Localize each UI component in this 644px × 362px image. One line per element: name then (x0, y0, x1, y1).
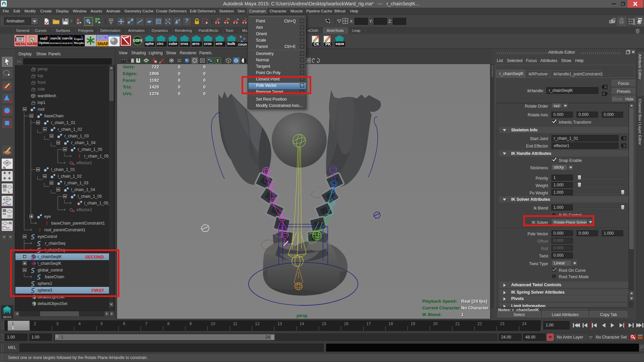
svg-text:PK: PK (325, 42, 331, 46)
svg-text:MENU: MENU (15, 42, 26, 46)
svg-text:!: ! (46, 220, 48, 226)
svg-text:T: T (216, 58, 219, 63)
svg-text:coun: coun (238, 42, 247, 46)
svg-text:IMPORT: IMPORT (50, 37, 61, 40)
svg-text:CK: CK (314, 42, 320, 46)
svg-text:!: ! (39, 227, 41, 233)
svg-text:SNAP: SNAP (97, 42, 108, 46)
svg-text:Export: Export (74, 37, 83, 41)
svg-text:SMD: SMD (40, 37, 47, 41)
svg-text:Options: Options (39, 41, 49, 45)
svg-text:CGFX: CGFX (133, 39, 143, 43)
svg-text:REFERENCE: REFERENCE (50, 42, 61, 44)
svg-text:SEQUENCE: SEQUENCE (62, 42, 73, 45)
svg-text:NAME: NAME (27, 42, 38, 46)
svg-text:IMPORT: IMPORT (62, 37, 73, 40)
svg-text:MAYA: MAYA (3, 315, 11, 319)
svg-text:!: ! (78, 200, 80, 206)
svg-text:Morphs: Morphs (74, 41, 84, 45)
svg-text:!: ! (78, 153, 80, 159)
